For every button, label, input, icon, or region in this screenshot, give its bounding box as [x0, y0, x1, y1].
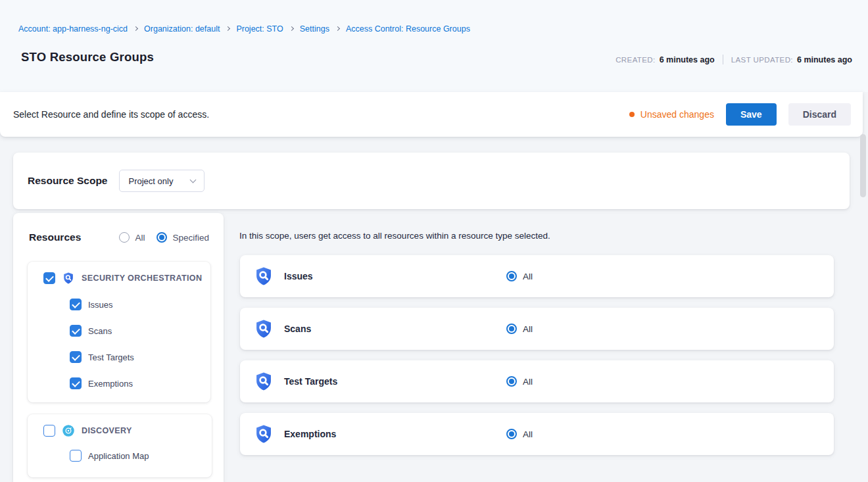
- resource-row-label: Scans: [284, 324, 311, 334]
- radio-label: Specified: [172, 233, 209, 243]
- group-header-row: SECURITY ORCHESTRATION: [43, 272, 202, 285]
- chevron-right-icon: [289, 26, 294, 31]
- item-checkbox[interactable]: [70, 351, 82, 363]
- resource-group-detail-page: Account: app-harness-ng-cicd Organizatio…: [0, 0, 868, 482]
- radio-icon[interactable]: [506, 376, 517, 387]
- breadcrumb-settings-link[interactable]: Settings: [300, 24, 329, 34]
- radio-icon[interactable]: [157, 232, 167, 243]
- breadcrumb-organization-link[interactable]: Organization: default: [144, 24, 220, 34]
- resource-scope-card: Resource Scope Project only: [13, 153, 850, 209]
- resource-item-application-map: Application Map: [70, 450, 149, 462]
- discovery-icon: [62, 424, 75, 437]
- last-updated-value: 6 minutes ago: [797, 55, 852, 64]
- shield-search-icon: [62, 272, 75, 285]
- resource-row-exemptions: Exemptions All: [240, 413, 834, 455]
- breadcrumb-resource-groups-link[interactable]: Access Control: Resource Groups: [346, 24, 470, 34]
- unsaved-dot-icon: [629, 112, 635, 117]
- radio-label: All: [135, 233, 145, 243]
- radio-label: All: [523, 272, 533, 281]
- radio-icon[interactable]: [506, 324, 517, 334]
- resource-row-scans: Scans All: [240, 308, 834, 350]
- access-all-radio[interactable]: All: [506, 271, 533, 281]
- group-label: DISCOVERY: [82, 426, 132, 435]
- created-value: 6 minutes ago: [660, 55, 715, 64]
- radio-label: All: [523, 429, 533, 439]
- chevron-right-icon: [226, 26, 230, 31]
- breadcrumb-account-link[interactable]: Account: app-harness-ng-cicd: [18, 24, 128, 34]
- access-all-radio[interactable]: All: [506, 376, 533, 387]
- access-all-radio[interactable]: All: [506, 324, 533, 334]
- resource-group-discovery: DISCOVERY Application Map: [28, 414, 212, 477]
- unsaved-changes-label: Unsaved changes: [640, 109, 714, 120]
- unsaved-changes-indicator: Unsaved changes: [629, 109, 714, 120]
- created-label: CREATED:: [615, 56, 656, 64]
- resources-header: Resources All Specified: [29, 231, 209, 243]
- radio-icon[interactable]: [506, 271, 517, 281]
- header-meta: CREATED: 6 minutes ago LAST UPDATED: 6 m…: [615, 55, 852, 64]
- resource-item-scans: Scans: [70, 325, 112, 337]
- resource-row-label: Exemptions: [284, 429, 336, 439]
- vertical-scrollbar-thumb[interactable]: [860, 134, 866, 197]
- discard-button[interactable]: Discard: [788, 103, 851, 126]
- resource-item-test-targets: Test Targets: [70, 351, 134, 363]
- item-label: Scans: [88, 326, 112, 336]
- resource-scope-selected-value: Project only: [128, 176, 173, 186]
- item-checkbox[interactable]: [70, 325, 82, 337]
- toolbar-description: Select Resource and define its scope of …: [13, 109, 209, 120]
- toolbar-actions: Unsaved changes Save Discard: [629, 92, 851, 137]
- item-label: Test Targets: [88, 352, 134, 362]
- shield-search-icon: [253, 423, 274, 445]
- resources-mode-all-radio[interactable]: All: [119, 232, 145, 243]
- resource-scope-dropdown[interactable]: Project only: [119, 170, 205, 192]
- save-button[interactable]: Save: [726, 103, 777, 126]
- radio-label: All: [523, 377, 533, 387]
- last-updated-label: LAST UPDATED:: [731, 56, 793, 64]
- page-header: Account: app-harness-ng-cicd Organizatio…: [0, 0, 868, 92]
- radio-icon[interactable]: [506, 429, 517, 439]
- resource-item-issues: Issues: [70, 299, 113, 310]
- access-all-radio[interactable]: All: [506, 429, 533, 439]
- shield-search-icon: [253, 266, 274, 287]
- resources-sidebar: Resources All Specified SECURITY ORCHEST…: [13, 213, 224, 482]
- resource-row-issues: Issues All: [240, 255, 834, 297]
- radio-label: All: [523, 324, 533, 334]
- chevron-right-icon: [335, 26, 340, 31]
- item-label: Exemptions: [88, 379, 133, 389]
- item-label: Issues: [88, 300, 113, 310]
- resource-item-exemptions: Exemptions: [70, 377, 133, 389]
- group-label: SECURITY ORCHESTRATION: [82, 274, 202, 283]
- item-label: Application Map: [88, 451, 149, 461]
- resource-scope-label: Resource Scope: [28, 175, 107, 187]
- page-title: STO Resource Groups: [21, 50, 154, 64]
- chevron-right-icon: [133, 26, 138, 31]
- resource-row-label: Test Targets: [284, 376, 337, 387]
- divider: [723, 55, 723, 64]
- item-checkbox[interactable]: [70, 299, 82, 310]
- scope-note: In this scope, users get access to all r…: [239, 231, 550, 241]
- breadcrumb-project-link[interactable]: Project: STO: [236, 24, 283, 34]
- shield-search-icon: [253, 371, 274, 392]
- item-checkbox[interactable]: [70, 377, 82, 389]
- group-checkbox[interactable]: [43, 272, 55, 284]
- breadcrumb: Account: app-harness-ng-cicd Organizatio…: [18, 24, 470, 34]
- resource-group-security-orchestration: SECURITY ORCHESTRATION Issues Scans Test…: [28, 262, 210, 402]
- radio-icon[interactable]: [119, 232, 130, 243]
- resource-row-label: Issues: [284, 271, 313, 281]
- shield-search-icon: [253, 318, 274, 339]
- group-checkbox[interactable]: [43, 425, 55, 437]
- resources-title: Resources: [29, 231, 119, 243]
- resource-row-test-targets: Test Targets All: [240, 360, 834, 402]
- resources-mode-specified-radio[interactable]: Specified: [157, 232, 209, 243]
- action-toolbar: Select Resource and define its scope of …: [0, 92, 863, 137]
- chevron-down-icon: [190, 176, 197, 183]
- item-checkbox[interactable]: [70, 450, 82, 462]
- group-header-row: DISCOVERY: [43, 424, 132, 437]
